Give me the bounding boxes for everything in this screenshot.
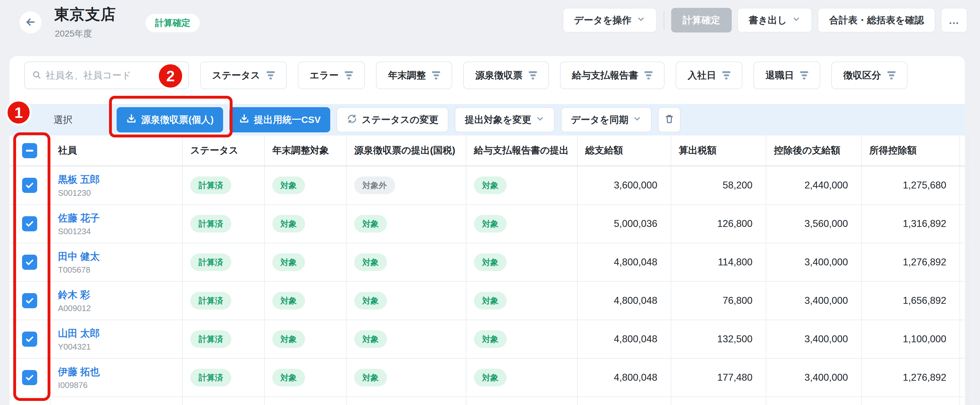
row-checkbox[interactable] [22,293,37,308]
delete-button[interactable] [658,107,681,132]
pay-after-deduction-value: 2,440,000 [766,166,862,204]
filter-yearend-button[interactable]: 年末調整 [376,61,452,89]
row-checkbox[interactable] [22,332,37,347]
yearend-target-badge: 対象 [272,177,305,194]
withholding-submit-badge: 対象 [354,215,387,233]
column-header-employee: 社員 [51,136,183,166]
check-icon [25,373,35,383]
refresh-icon [347,113,357,126]
withholding-submit-badge: 対象 [354,292,387,309]
filter-icon [345,71,353,80]
filter-status-button[interactable]: ステータス [200,61,287,89]
row-checkbox-cell[interactable] [10,166,51,204]
filter-icon [887,71,896,80]
arrow-left-icon [25,16,37,29]
row-checkbox[interactable] [22,370,37,385]
column-header-status: ステータス [183,136,265,166]
filter-hire-date-button[interactable]: 入社日 [676,61,742,89]
pay-after-deduction-value: 3,400,000 [766,359,862,397]
change-submission-target-button[interactable]: 提出対象を変更 [455,107,555,132]
employee-link[interactable]: 伊藤 拓也 [58,365,100,378]
filter-icon [529,71,537,80]
filter-label: 退職日 [765,69,794,82]
employee-link[interactable]: 田中 健太 [58,250,100,263]
row-checkbox-cell[interactable] [10,359,51,397]
back-button[interactable] [19,11,41,33]
gross-pay-value: 5,000,036 [578,205,671,243]
table-header-row: 社員 ステータス 年末調整対象 源泉徴収票の提出(国税) 給与支払報告書の提出 … [10,136,965,166]
payroll-report-badge: 対象 [474,330,507,348]
annotation-step-1: 1 [6,100,32,126]
filter-icon [432,71,440,80]
payroll-report-badge: 対象 [474,369,507,386]
column-header-calculated-tax: 算出税額 [671,136,766,166]
more-button[interactable]: … [941,8,967,32]
withholding-submit-badge: 対象 [354,330,387,348]
data-operate-button[interactable]: データを操作 [563,8,657,32]
table-row: 佐藤 花子S001234 計算済 対象 対象 対象 5,000,036 126,… [10,205,965,243]
selected-count-label: 選択 [54,113,73,126]
employee-code: A009012 [58,303,91,313]
employee-link[interactable]: 山田 太郎 [58,327,100,340]
payroll-report-badge: 対象 [474,254,507,271]
payroll-report-badge: 対象 [474,215,507,233]
filter-label: 給与支払報告書 [572,69,638,82]
change-submission-label: 提出対象を変更 [465,113,531,126]
change-status-button[interactable]: ステータスの変更 [337,107,449,132]
calculated-tax-value: 126,800 [671,205,766,243]
column-header-income-deduction: 所得控除額 [862,136,960,166]
sync-data-label: データを同期 [571,113,628,126]
table-row-clipped [10,397,965,405]
employee-code: Y004321 [58,342,100,352]
clipped-cell [960,243,968,281]
employee-link[interactable]: 佐藤 花子 [58,212,100,225]
chevron-down-icon [536,115,544,126]
withholding-submit-badge: 対象 [354,369,387,386]
status-badge: 計算済 [190,215,231,233]
row-checkbox-cell[interactable] [10,205,51,243]
filter-leave-date-button[interactable]: 退職日 [753,61,820,89]
export-button[interactable]: 書き出し [737,8,812,32]
filter-withholding-button[interactable]: 源泉徴収票 [463,61,549,89]
status-badge: 計算済 [190,177,231,194]
withholding-submit-badge: 対象外 [354,177,395,194]
gross-pay-value: 4,800,048 [578,243,671,281]
gross-pay-value: 4,800,048 [578,359,671,397]
trash-icon [664,113,675,126]
filter-payroll-report-button[interactable]: 給与支払報告書 [560,61,665,89]
row-checkbox-cell[interactable] [10,320,51,358]
summary-check-button[interactable]: 合計表・総括表を確認 [818,8,935,32]
income-deduction-value: 1,276,892 [862,243,960,281]
download-csv-label: 提出用統一CSV [254,113,321,126]
data-operate-label: データを操作 [574,14,632,27]
check-icon [25,296,35,306]
filter-icon [722,71,730,80]
filter-collection-type-button[interactable]: 徴収区分 [831,61,907,89]
select-all-cell[interactable] [10,136,51,166]
employee-link[interactable]: 黒板 五郎 [58,173,100,186]
sync-data-button[interactable]: データを同期 [561,107,652,132]
chevron-down-icon [636,15,645,26]
income-deduction-value: 1,656,892 [862,282,960,320]
filter-error-button[interactable]: エラー [298,61,365,89]
filter-label: 年末調整 [388,69,426,82]
check-icon [25,219,35,229]
row-checkbox-cell[interactable] [10,282,51,320]
download-withholding-slip-button[interactable]: 源泉徴収票(個人) [116,107,223,132]
row-checkbox[interactable] [22,178,37,193]
toolbar: データを操作 計算確定 書き出し 合計表・総括表を確認 … [563,8,967,32]
select-all-checkbox[interactable] [22,143,37,158]
employee-link[interactable]: 鈴木 彩 [58,289,91,301]
row-checkbox-cell[interactable] [10,243,51,281]
check-icon [25,257,35,267]
row-checkbox[interactable] [22,216,37,231]
calc-confirm-label: 計算確定 [682,14,720,27]
row-checkbox[interactable] [22,255,37,270]
clipped-cell [960,320,968,358]
income-deduction-value: 1,100,000 [862,320,960,358]
calc-confirm-button[interactable]: 計算確定 [671,8,732,32]
column-header-yearend-target: 年末調整対象 [265,136,347,166]
table-row: 黒板 五郎S001230 計算済 対象 対象外 対象 3,600,000 58,… [10,166,965,205]
download-unified-csv-button[interactable]: 提出用統一CSV [229,107,330,132]
employee-code: S001234 [58,226,100,236]
